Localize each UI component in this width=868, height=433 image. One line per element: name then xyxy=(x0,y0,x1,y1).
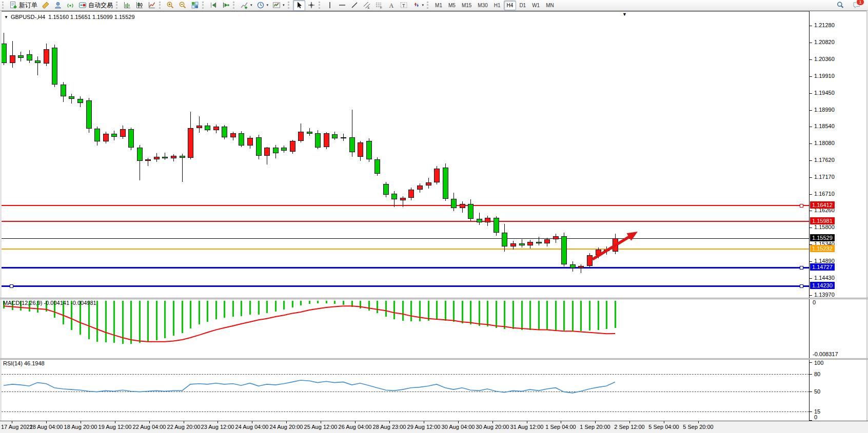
macd-indicator-label: MACD(12,26,9) -0.004141 -0.004981 xyxy=(3,300,96,306)
timeframe-button-h4[interactable]: H4 xyxy=(504,1,517,10)
price-scale[interactable]: 1.212801.208201.203601.199101.194501.189… xyxy=(810,11,866,298)
rsi-level-line-15 xyxy=(2,411,809,412)
pane-separator-rsi[interactable] xyxy=(0,358,868,360)
timeframe-button-m30[interactable]: M30 xyxy=(475,1,490,10)
horizontal-line-1.15529[interactable] xyxy=(2,238,809,239)
time-tick-mark xyxy=(252,421,252,423)
candle-body xyxy=(460,204,465,208)
text-button[interactable]: A xyxy=(385,0,398,11)
chevron-down-icon[interactable]: ▾ xyxy=(250,3,252,7)
timeframe-button-h1[interactable]: H1 xyxy=(491,1,504,10)
notifications-button[interactable]: 1 xyxy=(851,0,863,11)
toolbar-group-trade: 新订单自动交易 xyxy=(7,0,115,10)
price-chart-pane[interactable]: ▼GBPUSD-,H4 1.15160 1.15651 1.15099 1.15… xyxy=(2,11,809,298)
periods-button[interactable]: ▾ xyxy=(254,0,271,11)
rsi-pane[interactable]: RSI(14) 46.1948 xyxy=(2,360,809,421)
candle-body xyxy=(604,250,609,251)
price-tick-mark xyxy=(810,26,812,26)
horizontal-line-1.14230[interactable] xyxy=(2,285,809,287)
chevron-down-icon[interactable]: ▾ xyxy=(422,3,424,7)
horizontal-line-button[interactable] xyxy=(336,0,348,11)
indicators-button[interactable]: ▾ xyxy=(238,0,254,11)
macd-histogram-bar xyxy=(538,301,540,330)
candle-body xyxy=(247,138,253,146)
chevron-down-icon[interactable]: ▾ xyxy=(283,3,285,7)
signals-icon xyxy=(66,1,74,9)
line-chart-button[interactable] xyxy=(146,0,158,11)
candle-body xyxy=(239,133,244,146)
candle-body xyxy=(307,132,312,134)
crosshair-button[interactable] xyxy=(305,0,318,11)
horizontal-line-1.14727[interactable] xyxy=(2,267,809,269)
equidistant-channel-button[interactable]: E xyxy=(361,0,373,11)
timeframe-button-mn[interactable]: MN xyxy=(543,1,557,10)
price-tick-mark xyxy=(810,160,812,161)
macd-scale[interactable]: 0-0.008317 xyxy=(810,299,866,358)
price-tick-mark xyxy=(810,110,812,111)
bar-chart-button[interactable] xyxy=(121,0,133,11)
macd-histogram-bar xyxy=(462,301,463,323)
pane-separator-macd[interactable] xyxy=(0,298,868,299)
candle-body xyxy=(281,148,287,151)
macd-histogram-bar xyxy=(445,301,446,321)
candle-body xyxy=(69,96,74,99)
metaeditor-button[interactable] xyxy=(40,0,52,11)
new-order-button-label: 新订单 xyxy=(19,1,37,10)
community-button[interactable] xyxy=(52,0,64,11)
timeframe-button-m5[interactable]: M5 xyxy=(445,1,459,10)
search-button[interactable] xyxy=(834,0,846,11)
macd-histogram-bar xyxy=(300,301,302,305)
macd-histogram-bar xyxy=(156,301,157,340)
line-handle[interactable] xyxy=(800,266,803,270)
macd-pane[interactable]: MACD(12,26,9) -0.004141 -0.004981 xyxy=(2,299,809,358)
trendline-button[interactable] xyxy=(348,0,361,11)
line-handle[interactable] xyxy=(800,284,803,288)
templates-button[interactable]: ▾ xyxy=(270,0,287,11)
candle-body xyxy=(213,127,219,130)
toolbar-grip xyxy=(202,2,205,9)
auto-scroll-button[interactable] xyxy=(207,0,220,11)
time-axis-label: 24 Aug 20:00 xyxy=(270,424,303,430)
new-order-button[interactable]: 新订单 xyxy=(7,0,40,11)
autotrading-button[interactable]: 自动交易 xyxy=(76,0,115,11)
chart-shift-button[interactable] xyxy=(220,0,232,11)
timeframe-button-d1[interactable]: D1 xyxy=(516,1,529,10)
horizontal-line-1.16412[interactable] xyxy=(2,205,809,206)
macd-histogram-bar xyxy=(147,301,149,342)
zoom-out-button[interactable] xyxy=(176,0,189,11)
one-click-trading-toggle[interactable]: ▼ xyxy=(4,15,8,19)
rsi-scale[interactable]: 1008050150 xyxy=(810,360,866,421)
arrows-button[interactable]: ▾ xyxy=(410,0,426,11)
rsi-tick-mark xyxy=(810,391,812,392)
timeframe-button-w1[interactable]: W1 xyxy=(529,1,543,10)
cursor-button[interactable] xyxy=(293,0,305,11)
timeframe-button-m1[interactable]: M1 xyxy=(432,1,445,10)
candle-body xyxy=(264,148,270,156)
chevron-down-icon[interactable]: ▾ xyxy=(267,3,269,7)
line-handle[interactable] xyxy=(10,284,13,288)
text-label-button[interactable]: T xyxy=(398,0,410,11)
time-axis[interactable]: 17 Aug 202218 Aug 04:0018 Aug 20:0019 Au… xyxy=(0,421,868,433)
macd-histogram-bar xyxy=(572,301,574,331)
toolbar-right: 1 xyxy=(834,0,867,11)
fibonacci-button[interactable]: F xyxy=(373,0,385,11)
candle-body xyxy=(578,266,584,268)
vertical-line-button[interactable] xyxy=(324,0,336,11)
crosshair-icon xyxy=(307,1,315,9)
candle-body xyxy=(44,49,49,64)
macd-histogram-bar xyxy=(496,301,497,328)
line-handle[interactable] xyxy=(800,204,803,208)
candle-body xyxy=(553,236,559,239)
horizontal-line-1.15232[interactable] xyxy=(2,249,809,250)
horizontal-line-icon xyxy=(338,1,346,9)
candle-body xyxy=(35,60,41,63)
tile-windows-button[interactable] xyxy=(189,0,201,11)
signals-button[interactable] xyxy=(64,0,76,11)
candlestick-button[interactable] xyxy=(133,0,146,11)
arrows-icon xyxy=(412,1,420,9)
timeframe-button-m15[interactable]: M15 xyxy=(459,1,475,10)
macd-histogram-bar xyxy=(393,301,395,319)
horizontal-line-1.15981[interactable] xyxy=(2,221,809,222)
macd-histogram-bar xyxy=(606,301,607,329)
zoom-in-button[interactable] xyxy=(164,0,176,11)
